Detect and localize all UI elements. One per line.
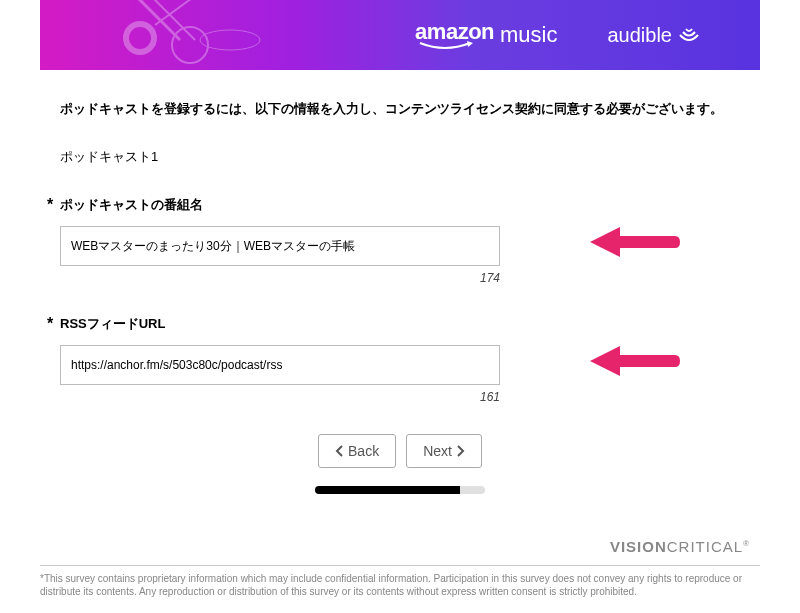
arrow-annotation-icon	[590, 224, 680, 260]
audible-icon	[678, 25, 700, 45]
progress-fill	[315, 486, 460, 494]
chevron-left-icon	[335, 445, 344, 457]
podcast-name-field-wrap: * ポッドキャストの番組名 174	[60, 196, 740, 285]
chevron-right-icon	[456, 445, 465, 457]
podcast-name-counter: 174	[60, 271, 500, 285]
amazon-text: amazon	[415, 19, 494, 44]
microphone-graphic	[100, 0, 300, 70]
rss-url-counter: 161	[60, 390, 500, 404]
podcast-name-label: ポッドキャストの番組名	[60, 196, 740, 214]
header-banner: amazon music audible	[40, 0, 760, 70]
next-button[interactable]: Next	[406, 434, 482, 468]
intro-text: ポッドキャストを登録するには、以下の情報を入力し、コンテンツライセンス契約に同意…	[60, 100, 740, 118]
rss-url-field-wrap: * RSSフィードURL 161	[60, 315, 740, 404]
music-text: music	[500, 22, 557, 48]
audible-text: audible	[607, 24, 672, 47]
svg-point-5	[200, 30, 260, 50]
required-asterisk: *	[47, 196, 53, 214]
svg-point-2	[172, 27, 208, 63]
form-content: ポッドキャストを登録するには、以下の情報を入力し、コンテンツライセンス契約に同意…	[0, 70, 800, 494]
audible-logo: audible	[607, 24, 700, 47]
podcast-name-input[interactable]	[60, 226, 500, 266]
next-button-label: Next	[423, 443, 452, 459]
rss-url-label: RSSフィードURL	[60, 315, 740, 333]
visioncritical-logo: VISIONCRITICAL®	[610, 538, 750, 555]
disclaimer-text: *This survey contains proprietary inform…	[40, 565, 760, 598]
svg-point-3	[126, 24, 154, 52]
arrow-annotation-icon	[590, 343, 680, 379]
progress-bar	[315, 486, 485, 494]
nav-buttons-row: Back Next	[60, 434, 740, 468]
amazon-music-logo: amazon music	[415, 19, 557, 51]
section-label: ポッドキャスト1	[60, 148, 740, 166]
required-asterisk: *	[47, 315, 53, 333]
rss-url-input[interactable]	[60, 345, 500, 385]
back-button-label: Back	[348, 443, 379, 459]
back-button[interactable]: Back	[318, 434, 396, 468]
